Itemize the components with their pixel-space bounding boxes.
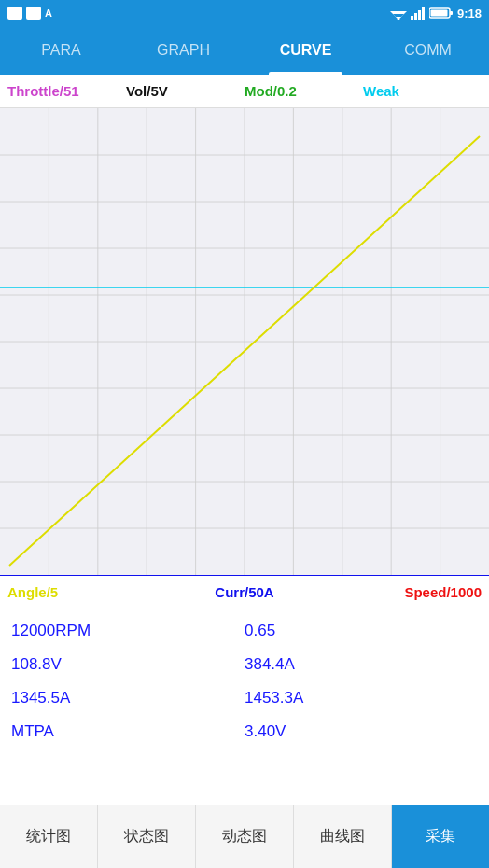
vol-label: Vol/5V xyxy=(126,83,244,99)
chart-svg xyxy=(0,108,489,575)
speed-label: Speed/1000 xyxy=(324,584,482,600)
data-val4: 3.40V xyxy=(244,715,478,749)
data-val1: 0.65 xyxy=(244,614,478,648)
battery-icon xyxy=(429,7,454,20)
status-bar-left: A xyxy=(7,7,52,20)
mod-label: Mod/0.2 xyxy=(244,83,363,99)
nav-dynamic[interactable]: 动态图 xyxy=(196,805,294,868)
data-curr: 1345.5A xyxy=(11,681,244,715)
tab-para[interactable]: PARA xyxy=(0,26,122,75)
nav-collect[interactable]: 采集 xyxy=(392,805,489,868)
svg-rect-5 xyxy=(414,13,417,20)
chart-area[interactable] xyxy=(0,108,489,575)
sb-icon-2 xyxy=(26,7,41,20)
svg-rect-10 xyxy=(450,11,453,15)
data-val3: 1453.3A xyxy=(244,681,478,715)
svg-rect-6 xyxy=(418,10,421,20)
time-display: 9:18 xyxy=(457,7,482,21)
status-bar-right: 9:18 xyxy=(390,7,482,21)
data-volt: 108.8V xyxy=(11,648,244,681)
nav-status[interactable]: 状态图 xyxy=(98,805,196,868)
nav-stats[interactable]: 统计图 xyxy=(0,805,98,868)
data-val2: 384.4A xyxy=(244,648,478,681)
svg-rect-7 xyxy=(422,7,425,20)
chart-footer: Angle/5 Curr/50A Speed/1000 xyxy=(0,575,489,609)
wifi-icon xyxy=(390,7,407,20)
tab-graph[interactable]: GRAPH xyxy=(122,26,244,75)
data-rpm: 12000RPM xyxy=(11,614,244,648)
status-bar: A 9:18 xyxy=(0,0,489,26)
signal-icon xyxy=(411,7,426,20)
svg-rect-9 xyxy=(430,10,447,17)
tab-curve[interactable]: CURVE xyxy=(244,26,367,75)
sb-icon-a: A xyxy=(45,7,52,19)
tab-comm[interactable]: COMM xyxy=(367,26,489,75)
data-mtpa: MTPA xyxy=(11,715,244,749)
chart-header: Throttle/51 Vol/5V Mod/0.2 Weak xyxy=(0,75,489,108)
sb-icon-1 xyxy=(7,7,22,20)
bottom-nav: 统计图 状态图 动态图 曲线图 采集 xyxy=(0,805,489,868)
curr-label: Curr/50A xyxy=(165,584,323,600)
nav-curve[interactable]: 曲线图 xyxy=(294,805,392,868)
angle-label: Angle/5 xyxy=(7,584,165,600)
weak-label: Weak xyxy=(363,83,482,99)
throttle-label: Throttle/51 xyxy=(7,83,126,99)
svg-rect-4 xyxy=(411,16,413,20)
tab-bar: PARA GRAPH CURVE COMM xyxy=(0,26,489,75)
data-panel: 12000RPM 0.65 108.8V 384.4A 1345.5A 1453… xyxy=(0,609,489,754)
